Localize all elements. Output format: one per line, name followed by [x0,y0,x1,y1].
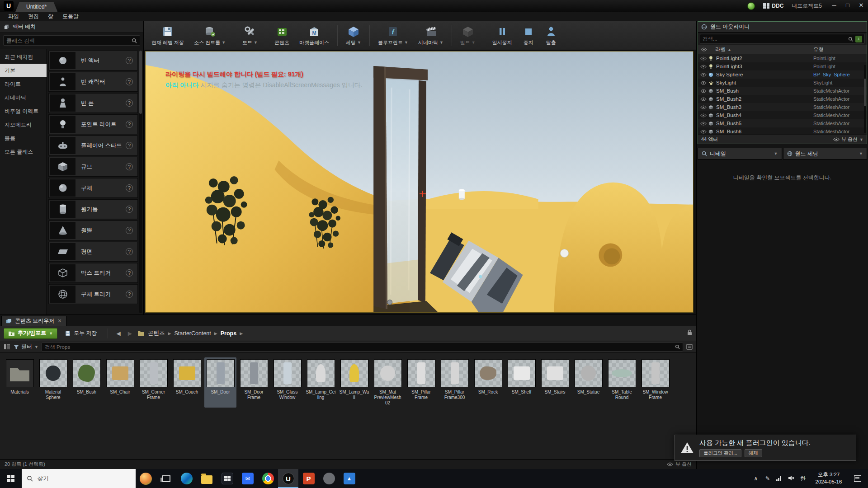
asset-tile[interactable]: SM_Table Round [606,357,638,408]
taskbar-clock[interactable]: 오후 3:27 2024-05-16 [809,471,848,485]
close-button[interactable]: ✕ [854,0,868,12]
app-mail[interactable]: ✉ [237,469,258,488]
outliner-row[interactable]: Sky Sphere BP_Sky_Sphere [698,70,867,79]
visibility-eye-icon[interactable] [700,122,708,126]
menu-help[interactable]: 도움말 [58,12,83,21]
asset-tile[interactable]: SM_Pillar Frame [405,357,437,408]
content-browser-button[interactable]: 콘텐츠 [269,23,294,49]
visibility-eye-icon[interactable] [700,89,708,93]
settings-button[interactable]: 세팅▼ [341,23,366,49]
tray-pen-icon[interactable]: ✎ [762,475,773,482]
forward-arrow-icon[interactable]: ▶ [126,330,134,337]
place-item-empty-character[interactable]: 빈 캐릭터 ? [48,72,138,92]
source-control-button[interactable]: 소스 컨트롤▼ [189,23,231,49]
sources-panel-icon[interactable] [4,344,10,350]
visibility-eye-icon[interactable] [700,113,708,117]
breadcrumb-content[interactable]: 콘텐츠 [148,329,165,337]
place-item-cube[interactable]: 큐브 ? [48,157,138,177]
outliner-row[interactable]: SM_Bush4 StaticMeshActor [698,111,867,119]
asset-search-input[interactable] [45,344,672,350]
tray-volume-icon[interactable] [786,475,797,482]
outliner-row[interactable]: SkyLight SkyLight [698,79,867,87]
help-icon[interactable]: ? [126,78,133,85]
place-item-empty-actor[interactable]: 빈 액터 ? [48,51,138,70]
asset-tile[interactable]: SM_Pillar Frame300 [439,357,471,408]
asset-tile[interactable]: SM_Stairs [539,357,571,408]
menu-edit[interactable]: 편집 [24,12,43,21]
outliner-scrollbar[interactable] [864,65,866,133]
app-unreal-active[interactable]: U [278,469,298,488]
asset-tile[interactable]: SM_Glass Window [271,357,303,408]
dismiss-button[interactable]: 해제 [745,449,762,457]
breadcrumb-startercontent[interactable]: StarterContent [175,330,211,337]
saved-search-icon[interactable] [686,344,693,350]
help-icon[interactable]: ? [126,57,133,64]
asset-tile[interactable]: SM_Chair [104,357,136,408]
pause-button[interactable]: 일시정지 [487,23,517,49]
category-visual-effects[interactable]: 비주얼 이펙트 [0,104,47,118]
tab-content-browser[interactable]: 콘텐츠 브라우저 ✕ [1,316,66,326]
place-item-cone[interactable]: 원뿔 ? [48,221,138,240]
blueprint-type-link[interactable]: BP_Sky_Sphere [813,72,867,77]
help-icon[interactable]: ? [126,269,133,277]
category-recent[interactable]: 최근 배치됨 [0,50,47,64]
stop-button[interactable]: 중지 [517,23,540,49]
asset-tile[interactable]: SM_Rock [472,357,504,408]
tray-chevron-up-icon[interactable]: ∧ [750,475,761,482]
save-level-button[interactable]: 현재 레벨 저장 [146,23,189,49]
column-label[interactable]: 라벨▲ [707,46,813,53]
menu-window[interactable]: 창 [43,12,58,21]
blueprints-button[interactable]: f 블루프린트▼ [373,23,413,49]
tab-details[interactable]: 디테일 ▼ [698,148,782,160]
outliner-view-options-button[interactable]: 뷰 옵션▼ [833,136,863,143]
tray-network-icon[interactable] [774,476,785,481]
build-button[interactable]: 빌드▼ [455,23,481,49]
place-item-point-light[interactable]: 포인트 라이트 ? [48,114,138,134]
category-lights[interactable]: 라이트 [0,77,47,91]
place-item-player-start[interactable]: 플레이어 스타트 ? [48,136,138,155]
maximize-button[interactable]: □ [841,0,854,12]
outliner-row[interactable]: SM_Bush3 StaticMeshActor [698,103,867,111]
task-view-button[interactable] [156,469,176,488]
eject-button[interactable]: 탈출 [540,23,562,49]
help-icon[interactable]: ? [126,227,133,234]
help-icon[interactable]: ? [126,163,133,170]
outliner-row[interactable]: SM_Bush5 StaticMeshActor [698,119,867,127]
asset-tile[interactable]: SM_Couch [171,357,203,408]
place-actors-scrollbar[interactable] [139,51,142,313]
app-powerpoint[interactable]: P [298,469,319,488]
app-chrome[interactable] [258,469,278,488]
visibility-eye-icon[interactable] [700,130,708,134]
asset-tile[interactable]: SM_Bush [71,357,103,408]
help-icon[interactable]: ? [126,206,133,213]
asset-tile-selected[interactable]: SM_Door [204,357,236,408]
cinematics-button[interactable]: 시네마틱▼ [413,23,448,49]
status-green-icon[interactable] [747,2,755,10]
help-icon[interactable]: ? [126,142,133,149]
save-all-button[interactable]: 모두 저장 [61,328,100,339]
add-import-button[interactable]: 추가/임포트 ▼ [4,328,57,339]
app-photos[interactable]: ▲ [339,469,359,488]
asset-tile[interactable]: SM_Window Frame [639,357,671,408]
add-filter-icon[interactable]: + [855,36,862,42]
asset-tile[interactable]: SM_Corner Frame [137,357,170,408]
app-gimp[interactable] [319,469,339,488]
manage-plugins-button[interactable]: 플러그인 관리... [699,449,741,457]
asset-tile-materials[interactable]: Materials [4,357,36,408]
close-icon[interactable]: ✕ [57,318,61,324]
visibility-eye-icon[interactable] [700,73,708,77]
visibility-eye-icon[interactable] [700,56,708,61]
category-volumes[interactable]: 볼륨 [0,131,47,145]
category-basic[interactable]: 기본 [0,64,47,77]
asset-tile[interactable]: SM_Shelf [505,357,538,408]
app-edge[interactable] [176,469,197,488]
place-item-empty-pawn[interactable]: 빈 폰 ? [48,93,138,113]
cb-view-options-button[interactable]: 뷰 옵션 [667,461,692,468]
category-cinematic[interactable]: 시네마틱 [0,91,47,104]
category-geometry[interactable]: 지오메트리 [0,118,47,131]
place-item-plane[interactable]: 평면 ? [48,242,138,262]
marketplace-button[interactable]: M 마켓플레이스 [294,23,334,49]
widgets-button[interactable] [136,469,156,488]
ddc-button[interactable]: DDC [760,2,786,10]
visibility-eye-icon[interactable] [700,65,708,69]
